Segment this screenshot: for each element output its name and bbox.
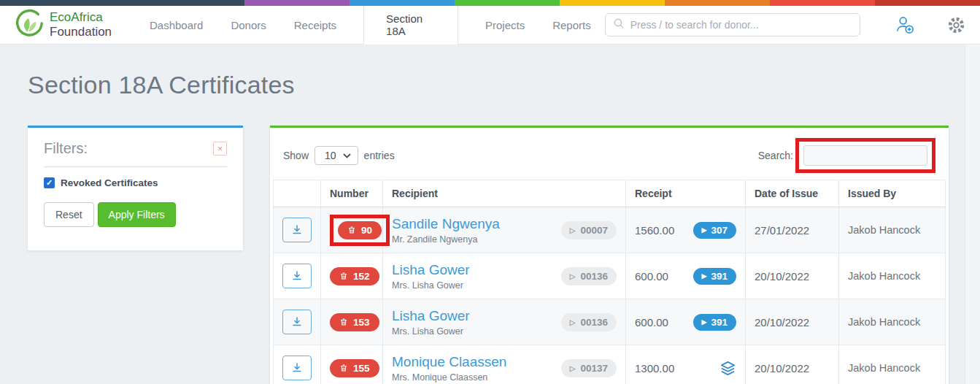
brand-color-stripe [0,0,980,6]
logo-text: EcoAfrica Foundation [50,10,112,39]
certificate-ref-number: 00007 [580,225,608,236]
recipient-subtitle: Mrs. Lisha Gower [392,326,470,337]
table-row: 90 Sandile Ngwenya Mr. Zandile Ngwenya ▷… [274,207,946,253]
stripe-segment [560,0,665,6]
nav-item-receipts[interactable]: Receipts [280,6,350,44]
nav-item-dashboard[interactable]: Dashboard [136,6,217,44]
table-header-row: NumberRecipientReceiptDate of IssueIssue… [274,180,946,207]
certificate-number: 155 [353,363,370,374]
donor-search-input[interactable] [630,19,852,31]
receipt-ref-number: 391 [711,271,728,282]
add-donor-button[interactable] [895,15,915,35]
stripe-segment [244,0,350,6]
column-header-issued-by: Issued By [839,180,946,207]
revoked-certificate-badge[interactable]: 152 [330,267,379,285]
date-of-issue: 20/10/2022 [755,270,809,283]
certificate-ref-badge[interactable]: ▷ 00007 [561,221,617,239]
revoked-certificate-badge[interactable]: 90 [338,221,382,239]
recipient-subtitle: Mr. Zandile Ngwenya [392,234,500,245]
date-of-issue: 27/01/2022 [755,224,809,237]
column-header-receipt: Receipt [626,180,746,207]
logo[interactable]: EcoAfrica Foundation [13,8,136,42]
column-header-recipient: Recipient [383,180,626,207]
download-icon [290,361,304,375]
entries-label: entries [364,150,395,161]
date-of-issue: 20/10/2022 [755,316,809,329]
main-nav: DashboardDonorsReceiptsSection 18AProjec… [136,6,605,44]
table-search-input[interactable] [803,145,927,166]
filters-title: Filters: [44,140,88,157]
show-label: Show [283,150,309,161]
close-icon[interactable]: × [213,142,227,155]
nav-item-section-18a[interactable]: Section 18A [363,6,458,44]
receipt-ref-badge[interactable]: ▶ 391 [693,314,736,331]
receipt-ref-badge[interactable]: ▶ 307 [693,222,736,239]
certificate-ref-badge[interactable]: ▷ 00136 [561,313,617,331]
stripe-segment [0,0,244,6]
download-certificate-button[interactable] [282,264,312,288]
recipient-link[interactable]: Sandile Ngwenya [392,216,500,231]
download-certificate-button[interactable] [282,310,312,334]
certificate-number: 153 [353,317,370,328]
play-filled-icon: ▶ [702,226,707,234]
logo-line1: EcoAfrica [50,10,112,25]
column-header-actions [274,180,321,207]
settings-gear-icon[interactable] [947,16,965,34]
receipt-amount: 1560.00 [635,224,674,237]
column-header-number: Number [321,180,383,207]
app-page: EcoAfrica Foundation DashboardDonorsRece… [0,0,980,384]
revoked-number-badge-wrapper: 152 [330,270,379,283]
nav-item-reports[interactable]: Reports [539,6,605,44]
receipt-ref-number: 307 [711,225,728,236]
download-icon [290,269,304,283]
revoked-certificate-badge[interactable]: 155 [330,359,379,377]
page-size-select[interactable]: 10 [315,146,358,165]
receipt-amount: 600.00 [635,316,668,329]
revoked-number-badge-wrapper: 90 [330,215,390,246]
receipt-ref-badge[interactable]: ▶ 391 [693,268,736,285]
reset-button[interactable]: Reset [44,202,94,227]
download-certificate-button[interactable] [282,218,312,242]
issued-by: Jakob Hancock [848,270,920,282]
table-row: 152 Lisha Gower Mrs. Lisha Gower ▷ 00136… [274,253,946,299]
date-of-issue: 20/10/2022 [755,362,809,375]
revoked-number-badge-wrapper: 155 [330,362,379,375]
table-search-label: Search: [758,150,793,161]
certificate-number: 152 [353,271,370,282]
revoked-certificate-badge[interactable]: 153 [330,313,379,331]
donor-search-box[interactable] [605,13,860,37]
apply-filters-button[interactable]: Apply Filters [98,202,176,227]
revoked-certificates-checkbox[interactable]: ✓ [44,177,55,188]
stripe-segment [350,0,455,6]
recipient-link[interactable]: Lisha Gower [392,262,470,277]
filters-divider [44,166,227,167]
recipient-subtitle: Mrs. Monique Claassen [392,372,506,383]
table-row: 155 Monique Claassen Mrs. Monique Claass… [274,345,946,384]
page-size-value: 10 [325,150,336,161]
certificate-ref-number: 00136 [580,317,608,328]
annotation-box-search [795,138,935,173]
certificates-table: NumberRecipientReceiptDate of IssueIssue… [273,180,946,384]
trash-icon [339,272,348,280]
certificate-ref-badge[interactable]: ▷ 00137 [561,359,617,377]
page-scrollbar[interactable] [965,45,980,384]
recipient-link[interactable]: Monique Claassen [392,354,506,369]
stripe-segment [875,0,980,6]
issued-by: Jakob Hancock [848,316,920,328]
play-outline-icon: ▷ [570,226,576,234]
certificates-table-body: 90 Sandile Ngwenya Mr. Zandile Ngwenya ▷… [274,207,946,384]
stripe-segment [455,0,560,6]
play-outline-icon: ▷ [570,272,576,280]
play-filled-icon: ▶ [702,318,707,326]
revoked-number-badge-wrapper: 153 [330,316,379,329]
filters-panel: Filters: × ✓ Revoked Certificates Reset … [28,126,243,250]
nav-item-donors[interactable]: Donors [217,6,279,44]
certificate-ref-number: 00136 [580,271,608,282]
nav-item-projects[interactable]: Projects [471,6,539,44]
certificate-ref-badge[interactable]: ▷ 00136 [561,267,617,285]
download-certificate-button[interactable] [282,356,312,380]
recipient-link[interactable]: Lisha Gower [392,308,470,323]
receipt-stack-icon[interactable] [719,360,736,377]
issued-by: Jakob Hancock [848,224,920,236]
stripe-segment [770,0,875,6]
